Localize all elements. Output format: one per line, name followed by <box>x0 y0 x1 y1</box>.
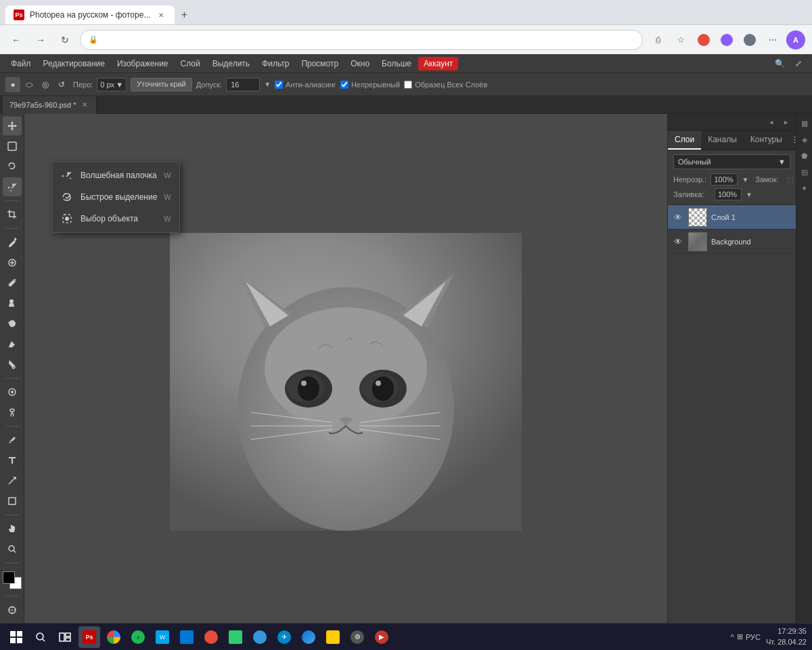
quick-mask-tool[interactable] <box>3 601 22 620</box>
new-tab-button[interactable]: + <box>175 5 194 24</box>
dodge-tool[interactable] <box>3 403 22 422</box>
menu-layer[interactable]: Слой <box>175 57 206 70</box>
taskbar-app-files[interactable] <box>322 626 344 648</box>
blur-tool[interactable] <box>3 383 22 402</box>
foreground-color-swatch[interactable] <box>3 571 15 584</box>
fill-tool[interactable] <box>3 355 22 374</box>
fill-dropdown-icon[interactable]: ▼ <box>746 191 752 198</box>
taskbar-app-chrome[interactable] <box>103 626 125 648</box>
menu-edit[interactable]: Редактирование <box>38 57 110 70</box>
heal-tool[interactable] <box>3 253 22 272</box>
brush-tool[interactable] <box>3 274 22 292</box>
extension1-button[interactable] <box>694 30 713 49</box>
eraser-tool[interactable] <box>3 334 22 353</box>
continuous-checkbox[interactable] <box>340 81 348 89</box>
menu-file[interactable]: Файл <box>5 57 37 70</box>
taskbar-app-media[interactable]: ▶ <box>371 626 392 648</box>
reload-button[interactable]: ↻ <box>55 30 74 49</box>
opacity-dropdown-icon[interactable]: ▼ <box>742 176 748 183</box>
side-icon-layers[interactable]: ▦ <box>798 116 811 130</box>
taskbar-app-telegram[interactable]: ✈ <box>273 626 295 648</box>
menu-more[interactable]: Больше <box>376 57 417 70</box>
taskbar-app5[interactable] <box>176 626 198 648</box>
shape-tool[interactable] <box>3 492 22 511</box>
context-menu-quick-select[interactable]: Быстрое выделение W <box>52 186 179 208</box>
bookmark-button[interactable]: ☆ <box>671 30 690 49</box>
blend-mode-select[interactable]: Обычный ▼ <box>673 154 790 169</box>
canvas-area[interactable]: Волшебная палочка W Быстрое выделение W … <box>24 114 667 650</box>
fullscreen-icon-btn[interactable]: ⤢ <box>790 56 807 72</box>
opacity-input[interactable] <box>710 173 738 186</box>
selection-tool[interactable] <box>3 137 22 156</box>
tab-paths[interactable]: Контуры <box>744 131 789 150</box>
canvas-image[interactable] <box>170 233 522 531</box>
hand-tool[interactable] <box>3 519 22 538</box>
sample-all-checkbox[interactable] <box>404 81 412 89</box>
shape-ring-btn[interactable]: ◎ <box>38 77 53 92</box>
taskbar-task-view[interactable] <box>54 626 76 648</box>
taskbar-app-ms[interactable]: W <box>152 626 173 648</box>
menu-image[interactable]: Изображение <box>112 57 174 70</box>
tolerance-dropdown-icon[interactable]: ▼ <box>264 81 271 88</box>
browser-tab-photopea[interactable]: Ps Photopea на русском - фоторе... ✕ <box>5 5 175 24</box>
stamp-tool[interactable] <box>3 294 22 313</box>
refine-edge-button[interactable]: Уточнить край <box>131 78 192 91</box>
menu-account[interactable]: Аккаунт <box>418 57 458 70</box>
tolerance-input[interactable] <box>226 78 260 91</box>
taskbar-app-edge[interactable] <box>298 626 319 648</box>
share-button[interactable]: ⎙ <box>648 30 667 49</box>
path-select-tool[interactable] <box>3 471 22 490</box>
pen-value-select[interactable]: 0 px ▼ <box>97 78 127 91</box>
pen-tool[interactable] <box>3 431 22 450</box>
panel-collapse-left[interactable]: ◂ <box>765 115 778 129</box>
side-icon-color[interactable]: ⬟ <box>798 149 811 162</box>
menu-view[interactable]: Просмотр <box>296 57 344 70</box>
menu-window[interactable]: Окно <box>345 57 375 70</box>
color-swatches[interactable] <box>1 570 23 592</box>
document-tab[interactable]: 79e97a5s-960.psd * ✕ <box>3 96 97 114</box>
address-bar[interactable]: 🔒 photopea.ru <box>80 30 643 50</box>
tab-channels[interactable]: Каналы <box>701 131 744 150</box>
shape-arc-btn[interactable]: ↺ <box>54 77 69 92</box>
panel-collapse-right[interactable]: ▸ <box>780 115 793 129</box>
menu-filter[interactable]: Фильтр <box>256 57 294 70</box>
taskbar-app8[interactable] <box>249 626 271 648</box>
side-icon-paths[interactable]: ✦ <box>798 181 811 195</box>
anti-alias-checkbox[interactable] <box>275 81 283 89</box>
tab-layers[interactable]: Слои <box>668 131 701 150</box>
taskbar-search-button[interactable] <box>30 626 51 648</box>
text-tool[interactable] <box>3 451 22 470</box>
taskbar-app6[interactable] <box>200 626 222 648</box>
context-menu-object-select[interactable]: Выбор объекта W <box>52 208 179 230</box>
shape-circle-btn[interactable]: ● <box>5 77 20 92</box>
layer1-visibility-toggle[interactable]: 👁 <box>672 211 684 223</box>
taskbar-notification-area[interactable]: ^ ⊞ РУС <box>731 632 761 641</box>
crop-tool[interactable] <box>3 205 22 224</box>
extension3-button[interactable] <box>740 30 759 49</box>
select-move-tool[interactable] <box>3 116 22 135</box>
fill-input[interactable] <box>715 188 742 200</box>
taskbar-app-spotify[interactable]: ♪ <box>127 626 149 648</box>
eyedropper-tool[interactable] <box>3 233 22 252</box>
taskbar-app7[interactable] <box>225 626 246 648</box>
side-icon-swatches[interactable]: ▤ <box>798 165 811 179</box>
taskbar-app-settings[interactable]: ⚙ <box>346 626 368 648</box>
tab-close-button[interactable]: ✕ <box>156 9 166 20</box>
taskbar-start-button[interactable] <box>5 626 27 648</box>
back-button[interactable]: ← <box>7 30 26 49</box>
doc-tab-close-button[interactable]: ✕ <box>80 100 89 110</box>
side-icon-adjustments[interactable]: ◈ <box>798 133 811 146</box>
shape-pill-btn[interactable]: ⬭ <box>22 77 37 92</box>
extensions-menu[interactable]: ⋯ <box>763 30 782 49</box>
lasso-tool[interactable] <box>3 157 22 176</box>
taskbar-app-photopea[interactable]: Ps <box>78 626 100 648</box>
profile-button[interactable]: A <box>786 30 805 49</box>
lock-transparent-btn[interactable]: ⬚ <box>784 173 796 186</box>
context-menu-magic-wand[interactable]: Волшебная палочка W <box>52 165 179 186</box>
history-brush-tool[interactable] <box>3 314 22 333</box>
url-input[interactable]: photopea.ru <box>102 35 634 45</box>
background-visibility-toggle[interactable]: 👁 <box>672 236 684 248</box>
menu-select[interactable]: Выделить <box>207 57 255 70</box>
zoom-tool[interactable] <box>3 540 22 559</box>
layer-item-layer1[interactable]: 👁 Слой 1 <box>668 205 796 230</box>
